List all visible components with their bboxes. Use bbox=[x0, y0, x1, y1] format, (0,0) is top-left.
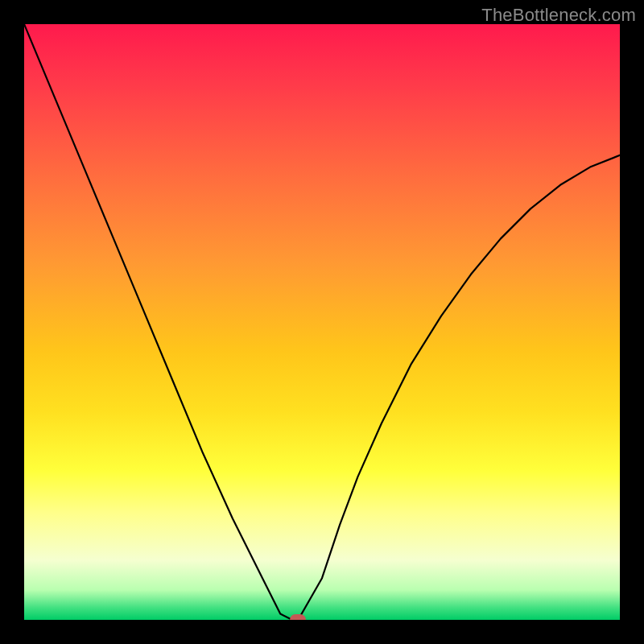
min-marker bbox=[290, 614, 306, 620]
curve-svg bbox=[24, 24, 620, 620]
curve-path bbox=[24, 24, 620, 620]
watermark-text: TheBottleneck.com bbox=[481, 5, 636, 26]
chart-frame: TheBottleneck.com bbox=[0, 0, 644, 644]
plot-area bbox=[24, 24, 620, 620]
